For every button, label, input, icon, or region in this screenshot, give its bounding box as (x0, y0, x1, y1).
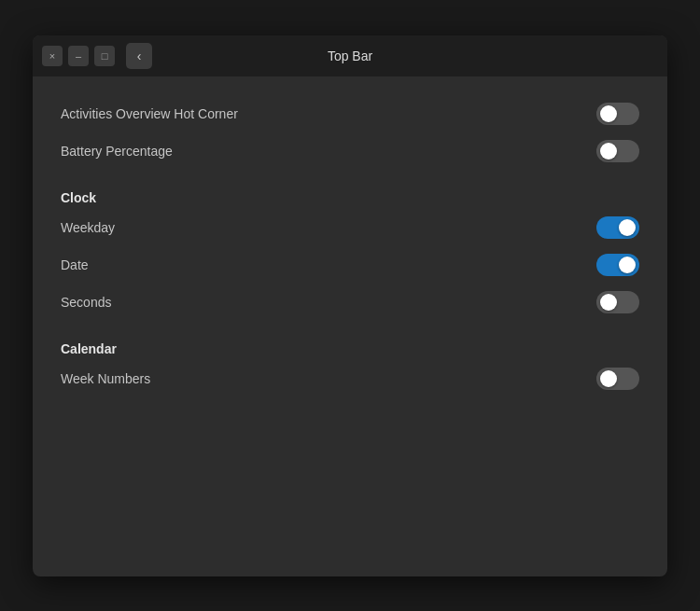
divider-calendar (61, 321, 639, 328)
activities-overview-label: Activities Overview Hot Corner (61, 106, 238, 121)
titlebar: × – □ ‹ Top Bar (33, 35, 667, 76)
weekday-row: Weekday (61, 209, 639, 246)
activities-overview-row: Activities Overview Hot Corner (61, 95, 639, 132)
back-button[interactable]: ‹ (126, 43, 152, 69)
seconds-toggle[interactable] (596, 291, 639, 313)
settings-content: Activities Overview Hot Corner Battery P… (33, 76, 667, 416)
week-numbers-row: Week Numbers (61, 360, 639, 397)
seconds-thumb (600, 294, 617, 311)
weekday-track (596, 216, 639, 239)
battery-percentage-toggle[interactable] (596, 140, 639, 162)
activities-overview-track (596, 103, 639, 125)
window-controls: × – □ ‹ (42, 43, 152, 69)
weekday-toggle[interactable] (596, 216, 639, 239)
seconds-row: Seconds (61, 284, 639, 321)
week-numbers-label: Week Numbers (61, 371, 150, 386)
clock-section-header: Clock (61, 177, 639, 209)
battery-percentage-label: Battery Percentage (61, 144, 173, 159)
close-button[interactable]: × (42, 46, 63, 66)
battery-percentage-track (596, 140, 639, 162)
date-track (596, 254, 639, 276)
date-toggle[interactable] (596, 254, 639, 276)
activities-overview-thumb (600, 105, 617, 122)
week-numbers-track (596, 368, 639, 390)
window-title: Top Bar (328, 49, 372, 63)
minimize-button[interactable]: – (68, 46, 89, 66)
divider-clock (61, 170, 639, 177)
week-numbers-thumb (600, 370, 617, 387)
seconds-label: Seconds (61, 295, 111, 310)
date-row: Date (61, 246, 639, 284)
weekday-thumb (619, 219, 636, 236)
battery-percentage-row: Battery Percentage (61, 132, 639, 170)
weekday-label: Weekday (61, 220, 115, 235)
maximize-button[interactable]: □ (94, 46, 115, 66)
window: × – □ ‹ Top Bar Activities Overview Hot … (33, 35, 667, 576)
date-thumb (619, 257, 636, 273)
week-numbers-toggle[interactable] (596, 368, 639, 390)
date-label: Date (61, 257, 89, 272)
seconds-track (596, 291, 639, 313)
battery-percentage-thumb (600, 143, 617, 160)
calendar-section-header: Calendar (61, 328, 639, 360)
activities-overview-toggle[interactable] (596, 103, 639, 125)
